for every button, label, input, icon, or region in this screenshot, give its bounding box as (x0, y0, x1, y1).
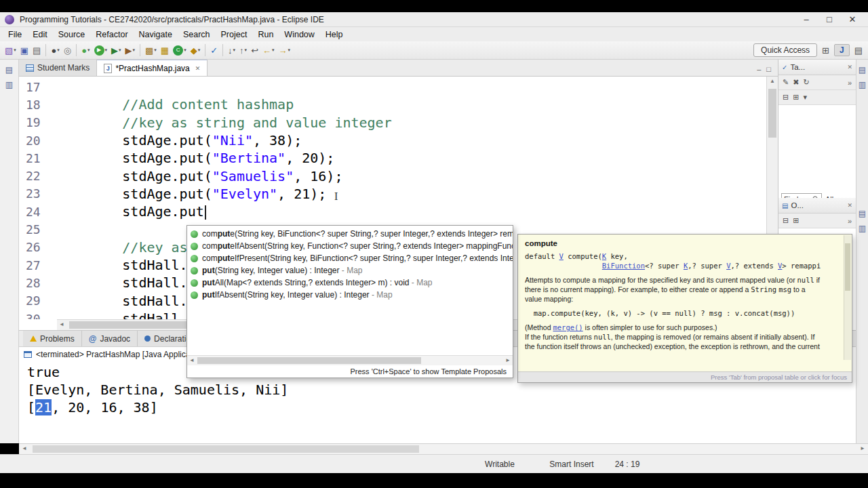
task-list-tab[interactable]: Ta... (790, 63, 805, 71)
collapse-all-icon[interactable]: ⊟ (783, 93, 789, 102)
new-wizard-icon[interactable]: ▧▾ (3, 43, 18, 58)
minimized-view-icon[interactable]: ▥ (856, 80, 868, 89)
menu-search[interactable]: Search (178, 28, 216, 41)
minimized-view-icon[interactable]: ▥ (856, 224, 868, 233)
completion-hint: Press 'Ctrl+Space' to show Template Prop… (187, 365, 513, 378)
close-icon[interactable]: ✕ (847, 202, 852, 209)
save-icon[interactable]: ▣ (19, 43, 30, 58)
code-line[interactable]: 20 stdAge.put("Nii", 38); (19, 131, 766, 149)
tab-student-marks[interactable]: Student Marks (19, 60, 97, 76)
chevron-down-icon: ▾ (245, 47, 248, 53)
restore-view-icon[interactable]: ▥ (0, 80, 18, 89)
code-line[interactable]: 19 //key as string and value integer (19, 114, 766, 131)
quick-access-button[interactable]: Quick Access (753, 43, 817, 57)
scroll-left-icon[interactable]: ◄ (22, 445, 27, 451)
new-task-icon[interactable]: ✎ (783, 78, 789, 87)
menu-refactor[interactable]: Refactor (90, 28, 133, 41)
completion-scrollbar[interactable]: ◄ ► (187, 355, 513, 365)
close-icon[interactable]: ✕ (841, 14, 864, 24)
completion-item[interactable]: putAll(Map<? extends String,? extends In… (187, 277, 513, 289)
delete-task-icon[interactable]: ✖ (793, 78, 799, 87)
chevron-more-icon[interactable]: » (848, 79, 852, 87)
tab-practhashmap[interactable]: J *PractHashMap.java ✕ (97, 60, 208, 76)
new-jar-icon[interactable]: ◆▾ (189, 43, 202, 58)
minimize-icon[interactable]: – (795, 14, 818, 24)
chevron-down-icon: ▾ (288, 47, 291, 53)
completion-item[interactable]: compute(String key, BiFunction<? super S… (187, 228, 513, 240)
print-icon[interactable]: ▤ (31, 43, 42, 58)
scrollbar-thumb[interactable] (845, 243, 850, 291)
menu-window[interactable]: Window (279, 28, 319, 41)
completion-text: putIfAbsent(String key, Integer value) :… (202, 290, 393, 300)
last-edit-location-icon[interactable]: ↩ (250, 43, 260, 58)
outline-tab[interactable]: O... (791, 201, 804, 209)
menu-project[interactable]: Project (216, 28, 253, 41)
collapse-all-icon[interactable]: ⊟ (783, 216, 789, 225)
search-icon[interactable]: ◎ (62, 43, 73, 58)
previous-annotation-icon[interactable]: ↑▾ (238, 43, 248, 58)
scroll-left-icon[interactable]: ◄ (189, 357, 195, 363)
menubar: FileEditSourceRefactorNavigateSearchProj… (0, 27, 868, 41)
open-perspective-icon[interactable]: ⊞ (822, 45, 829, 56)
completion-item[interactable]: putIfAbsent(String key, Integer value) :… (187, 289, 513, 301)
minimized-view-icon[interactable]: ▤ (856, 65, 868, 75)
new-package-icon[interactable]: ▦ (159, 43, 170, 58)
completion-item[interactable]: put(String key, Integer value) : Integer… (187, 264, 513, 277)
run-icon[interactable]: ▶▾ (93, 43, 109, 58)
new-java-project-icon[interactable]: ▩▾ (144, 43, 158, 58)
back-icon[interactable]: ←▾ (261, 43, 276, 58)
debug-icon[interactable]: ●▾ (80, 43, 91, 58)
scroll-left-icon[interactable]: ◄ (59, 321, 64, 327)
task-icon[interactable]: ✓ (209, 43, 219, 58)
main-horizontal-scrollbar[interactable]: ◄ ► (19, 443, 868, 454)
view-menu-icon[interactable]: ⊞ (793, 216, 799, 225)
scroll-up-icon[interactable]: ▲ (767, 78, 778, 84)
minimized-view-icon[interactable]: ▤ (856, 209, 868, 218)
code-line[interactable]: 18 //Add content hashmap (19, 96, 766, 113)
open-console-icon[interactable]: ●▾ (50, 43, 60, 58)
maximize-view-icon[interactable]: □ (766, 65, 771, 73)
code-line[interactable]: 23 stdAge.put("Evelyn", 21); (19, 185, 766, 203)
code-line[interactable]: 22 stdAge.put("Samuelis", 16); (19, 167, 766, 184)
chevron-more-icon[interactable]: » (848, 217, 852, 225)
java-perspective-button[interactable]: J (834, 44, 850, 56)
menu-run[interactable]: Run (252, 28, 279, 41)
next-annotation-icon[interactable]: ↓▾ (226, 43, 237, 58)
tab-javadoc[interactable]: @Javadoc (82, 331, 138, 346)
completion-item[interactable]: computeIfAbsent(String key, Function<? s… (187, 240, 513, 252)
maximize-icon[interactable]: □ (818, 14, 841, 24)
javadoc-scrollbar[interactable] (844, 235, 851, 360)
dropdown-icon[interactable]: ▾ (803, 93, 807, 102)
console-line[interactable]: [21, 20, 16, 38] (27, 399, 856, 416)
external-tools-icon[interactable]: ▶▾ (110, 43, 123, 58)
view-menu-icon[interactable]: ⊞ (793, 93, 799, 102)
menu-source[interactable]: Source (53, 28, 91, 41)
scrollbar-thumb[interactable] (768, 89, 776, 138)
code-line[interactable]: 17 (19, 78, 766, 96)
coverage-icon[interactable]: ▶▾ (124, 43, 137, 58)
tab-problems[interactable]: Problems (23, 331, 82, 346)
menu-edit[interactable]: Edit (27, 28, 53, 41)
scrollbar-thumb[interactable] (33, 445, 419, 453)
menu-help[interactable]: Help (320, 28, 349, 41)
code-line[interactable]: 24 stdAge.put (19, 203, 766, 220)
code-line[interactable]: 21 stdAge.put("Bertina", 20); (19, 149, 766, 167)
other-perspective-icon[interactable]: ▤ (854, 45, 863, 56)
tab-label: Student Marks (37, 63, 90, 73)
line-number: 25 (19, 222, 57, 237)
new-class-icon[interactable]: C▾ (172, 43, 188, 58)
completion-item[interactable]: computeIfPresent(String key, BiFunction<… (187, 252, 513, 264)
scroll-right-icon[interactable]: ► (860, 445, 865, 451)
forward-icon[interactable]: →▾ (277, 43, 292, 58)
menu-navigate[interactable]: Navigate (134, 28, 178, 41)
scroll-right-icon[interactable]: ► (505, 357, 511, 363)
close-icon[interactable]: ✕ (847, 64, 852, 70)
public-method-icon (191, 243, 198, 250)
menu-file[interactable]: File (3, 28, 27, 41)
refresh-icon[interactable]: ↻ (803, 78, 809, 87)
console-line[interactable]: [Evelyn, Bertina, Samuelis, Nii] (27, 381, 856, 399)
restore-view-icon[interactable]: ▤ (0, 65, 18, 75)
scrollbar-thumb[interactable] (197, 357, 421, 364)
minimize-view-icon[interactable]: – (757, 65, 761, 73)
tab-close-icon[interactable]: ✕ (195, 65, 201, 72)
